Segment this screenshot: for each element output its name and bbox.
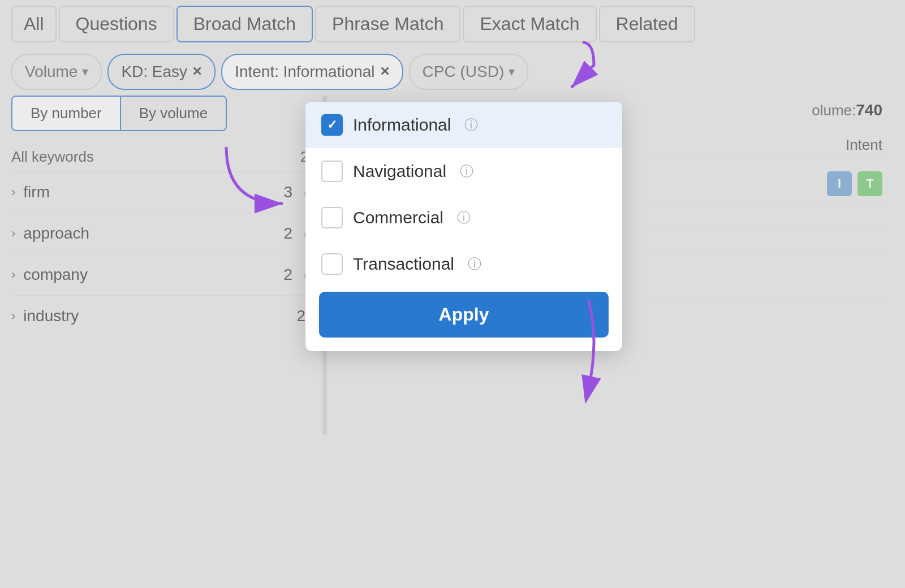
- volume-filter-label: Volume: [25, 63, 77, 81]
- kd-filter-btn[interactable]: KD: Easy ✕: [107, 54, 216, 90]
- chevron-right-icon: ›: [11, 309, 15, 323]
- commercial-checkbox[interactable]: [321, 207, 343, 228]
- dropdown-item-informational[interactable]: Informational ⓘ: [305, 102, 622, 148]
- volume-chevron-icon: ▾: [82, 64, 88, 79]
- intent-badge-t: T: [857, 171, 882, 196]
- chevron-right-icon: ›: [11, 226, 15, 241]
- keyword-count: 3: [283, 183, 292, 201]
- info-icon: ⓘ: [464, 116, 478, 134]
- informational-checkbox[interactable]: [321, 114, 343, 136]
- keyword-word: industry: [23, 307, 296, 325]
- list-item[interactable]: › company 2 ◉: [11, 254, 317, 295]
- navigational-label: Navigational: [353, 162, 446, 181]
- keyword-count: 2: [283, 266, 292, 284]
- all-keywords-label: All keywords: [11, 148, 94, 166]
- by-number-btn[interactable]: By number: [11, 96, 121, 131]
- navigational-checkbox[interactable]: [321, 161, 343, 182]
- keyword-list-header: All keywords 23: [11, 142, 317, 171]
- intent-label: Intent: [846, 136, 882, 154]
- filter-bar: Volume ▾ KD: Easy ✕ Intent: Informationa…: [0, 48, 905, 96]
- list-item[interactable]: › firm 3 ◉: [11, 171, 317, 213]
- main-container: All Questions Broad Match Phrase Match E…: [0, 0, 905, 588]
- dropdown-item-navigational[interactable]: Navigational ⓘ: [305, 148, 622, 194]
- intent-close-icon[interactable]: ✕: [380, 64, 390, 79]
- tab-exact-match[interactable]: Exact Match: [463, 6, 596, 42]
- tab-all[interactable]: All: [11, 6, 57, 42]
- chevron-right-icon: ›: [11, 185, 15, 200]
- transactional-label: Transactional: [353, 254, 454, 274]
- transactional-checkbox[interactable]: [321, 253, 343, 275]
- kd-close-icon[interactable]: ✕: [192, 64, 202, 79]
- keyword-count: 2: [296, 307, 305, 325]
- keyword-list: All keywords 23 › firm 3 ◉ › approach 2 …: [11, 142, 317, 336]
- cpc-filter-btn[interactable]: CPC (USD) ▾: [409, 54, 529, 90]
- info-icon: ⓘ: [468, 255, 481, 273]
- tab-questions[interactable]: Questions: [59, 6, 174, 42]
- keyword-word: firm: [23, 183, 283, 201]
- by-volume-btn[interactable]: By volume: [121, 96, 227, 131]
- intent-filter-btn[interactable]: Intent: Informational ✕: [221, 54, 403, 90]
- cpc-chevron-icon: ▾: [508, 64, 515, 79]
- tab-phrase-match[interactable]: Phrase Match: [315, 6, 460, 42]
- volume-filter-btn[interactable]: Volume ▾: [11, 54, 102, 90]
- intent-badge-i: I: [827, 171, 852, 196]
- tab-related[interactable]: Related: [599, 6, 695, 42]
- keyword-word: company: [23, 266, 283, 284]
- dropdown-item-transactional[interactable]: Transactional ⓘ: [305, 241, 622, 287]
- informational-label: Informational: [353, 115, 451, 135]
- dropdown-item-commercial[interactable]: Commercial ⓘ: [305, 194, 622, 241]
- keyword-count: 2: [283, 224, 292, 243]
- list-item[interactable]: › industry 2: [11, 295, 317, 336]
- tab-bar: All Questions Broad Match Phrase Match E…: [0, 0, 905, 48]
- commercial-label: Commercial: [353, 208, 443, 227]
- info-icon: ⓘ: [460, 162, 473, 180]
- keyword-word: approach: [23, 224, 283, 243]
- kd-filter-label: KD: Easy: [121, 63, 187, 81]
- toggle-group: By number By volume: [11, 96, 317, 131]
- tab-broad-match[interactable]: Broad Match: [176, 6, 313, 42]
- list-item[interactable]: › approach 2 ◉: [11, 213, 317, 254]
- volume-prefix: olume:: [812, 102, 856, 119]
- info-icon: ⓘ: [457, 209, 471, 227]
- left-panel: By number By volume All keywords 23 › fi…: [11, 96, 317, 435]
- cpc-filter-label: CPC (USD): [423, 63, 505, 81]
- chevron-right-icon: ›: [11, 267, 15, 282]
- intent-filter-label: Intent: Informational: [235, 63, 374, 81]
- volume-value: 740: [856, 101, 882, 119]
- intent-dropdown: Informational ⓘ Navigational ⓘ Commercia…: [305, 102, 622, 351]
- apply-button[interactable]: Apply: [319, 292, 609, 338]
